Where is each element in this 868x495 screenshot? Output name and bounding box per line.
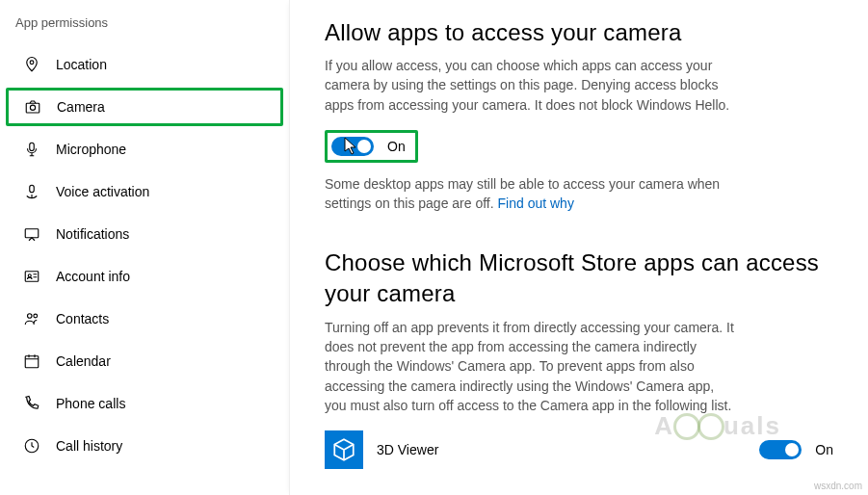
microphone-icon (23, 141, 40, 158)
sidebar-item-label: Camera (57, 99, 105, 115)
sidebar-item-label: Microphone (56, 142, 126, 157)
sidebar-item-contacts[interactable]: Contacts (6, 300, 283, 338)
svg-point-8 (28, 314, 33, 319)
store-apps-section: Choose which Microsoft Store apps can ac… (325, 248, 833, 469)
toggle-highlight: On (325, 130, 418, 163)
svg-rect-3 (30, 143, 35, 150)
store-apps-description: Turning off an app prevents it from dire… (325, 318, 739, 415)
find-out-why-link[interactable]: Find out why (498, 195, 574, 211)
sidebar-item-microphone[interactable]: Microphone (6, 130, 283, 169)
sidebar-item-notifications[interactable]: Notifications (6, 215, 283, 253)
sidebar-item-account-info[interactable]: Account info (6, 257, 283, 296)
allow-apps-description: If you allow access, you can choose whic… (325, 56, 739, 115)
camera-access-toggle-label: On (387, 139, 406, 154)
3d-viewer-icon (325, 430, 363, 469)
location-icon (23, 56, 40, 73)
account-info-icon (23, 268, 40, 285)
sidebar-item-location[interactable]: Location (6, 45, 283, 84)
svg-rect-4 (30, 185, 35, 193)
sidebar-item-voice-activation[interactable]: Voice activation (6, 172, 283, 211)
sidebar-item-label: Call history (56, 438, 122, 454)
svg-rect-6 (25, 272, 39, 282)
calendar-icon (23, 352, 40, 370)
allow-apps-title: Allow apps to access your camera (325, 19, 833, 46)
svg-point-0 (30, 61, 34, 65)
sidebar-item-label: Notifications (56, 226, 129, 242)
section-header: App permissions (0, 8, 289, 41)
contacts-icon (23, 310, 40, 327)
sidebar-item-label: Voice activation (56, 184, 149, 199)
content-pane: Allow apps to access your camera If you … (289, 0, 868, 495)
sidebar-item-call-history[interactable]: Call history (6, 427, 283, 465)
phone-calls-icon (23, 395, 40, 412)
store-apps-title: Choose which Microsoft Store apps can ac… (325, 248, 833, 307)
watermark-text: wsxdn.com (814, 481, 862, 491)
sidebar-item-label: Phone calls (56, 396, 125, 411)
svg-point-7 (28, 274, 31, 277)
svg-rect-10 (25, 356, 39, 368)
desktop-apps-note: Some desktop apps may still be able to a… (325, 174, 739, 214)
app-name: 3D Viewer (377, 442, 746, 457)
camera-access-toggle-row: On (325, 130, 833, 163)
camera-icon (24, 98, 41, 116)
app-3d-viewer-toggle[interactable] (759, 440, 802, 459)
sidebar-item-label: Account info (56, 269, 130, 284)
svg-rect-5 (25, 229, 39, 238)
app-3d-viewer-toggle-label: On (815, 442, 833, 457)
sidebar-item-label: Location (56, 57, 107, 72)
camera-access-toggle[interactable] (331, 137, 374, 156)
svg-point-2 (30, 105, 35, 110)
voice-activation-icon (23, 183, 40, 200)
sidebar-item-calendar[interactable]: Calendar (6, 342, 283, 380)
sidebar-item-label: Calendar (56, 353, 111, 369)
sidebar: App permissions Location Camera Micropho… (0, 0, 289, 495)
sidebar-item-camera[interactable]: Camera (6, 88, 283, 126)
sidebar-item-phone-calls[interactable]: Phone calls (6, 384, 283, 423)
sidebar-item-label: Contacts (56, 311, 109, 326)
call-history-icon (23, 437, 40, 455)
app-row-3d-viewer: 3D Viewer On (325, 430, 833, 469)
svg-point-9 (34, 314, 38, 318)
notifications-icon (23, 225, 40, 243)
